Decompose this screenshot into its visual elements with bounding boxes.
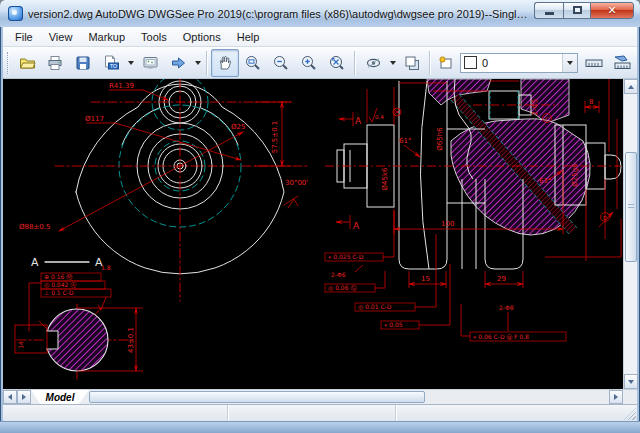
- side-view-hatching: [427, 79, 590, 235]
- vertical-scrollbar[interactable]: [623, 79, 637, 389]
- section-letter: A: [353, 221, 360, 231]
- dim-label: 61°: [539, 177, 551, 185]
- arrow-right-icon: [22, 394, 29, 400]
- save-button[interactable]: [69, 49, 97, 77]
- zoom-extents-button[interactable]: [323, 49, 351, 77]
- menu-markup[interactable]: Markup: [80, 29, 133, 45]
- print-button[interactable]: [41, 49, 69, 77]
- next-view-button[interactable]: [164, 49, 192, 77]
- maximize-button[interactable]: [563, 2, 590, 19]
- dim-label: Ø88±0.5: [19, 223, 50, 231]
- zoom-window-button[interactable]: [239, 49, 267, 77]
- menu-options[interactable]: Options: [175, 29, 229, 45]
- pan-hand-icon: [217, 55, 233, 71]
- menu-view[interactable]: View: [41, 29, 81, 45]
- dim-label: 29: [497, 275, 506, 283]
- dim-label: 0.4: [375, 114, 384, 120]
- view-dropdown[interactable]: [192, 50, 203, 76]
- drawing-canvas[interactable]: R41.39 Ø117 Ø25 57.5±0.1 30°00' Ø88±0.5 …: [3, 79, 623, 389]
- scrollbar-corner: [623, 390, 637, 404]
- chevron-down-icon: [195, 61, 201, 68]
- window-title: version2.dwg AutoDWG DWGSee Pro 2019(c:\…: [28, 8, 530, 20]
- app-icon: [8, 6, 23, 21]
- dim-label: 61°: [399, 137, 411, 145]
- tab-model[interactable]: Model: [31, 390, 89, 404]
- layer-select-dropdown[interactable]: [562, 54, 577, 72]
- close-button[interactable]: ✕: [590, 2, 634, 19]
- dim-label: 30°00': [285, 179, 308, 187]
- zoom-out-button[interactable]: [267, 49, 295, 77]
- dim-label: 2-Φ6: [331, 271, 346, 278]
- datum-letter: D: [603, 215, 607, 221]
- measure-area-button[interactable]: [608, 49, 636, 77]
- thumb-grip: [628, 204, 634, 210]
- status-bar: [3, 404, 637, 421]
- dim-label: Ø25: [231, 123, 245, 131]
- layers-icon: [404, 55, 420, 71]
- measure-distance-button[interactable]: [636, 49, 640, 77]
- dim-label: 2-Φ5: [531, 99, 539, 116]
- layer-color-button[interactable]: [434, 49, 458, 77]
- layers-button[interactable]: [398, 49, 426, 77]
- layer-select[interactable]: 0: [460, 53, 578, 73]
- minimize-button[interactable]: [534, 2, 563, 19]
- menu-file[interactable]: File: [7, 29, 41, 45]
- dim-label: 57.5±0.1: [271, 121, 279, 154]
- horizontal-scrollbar-track[interactable]: [425, 390, 609, 404]
- pan-button[interactable]: [211, 49, 239, 77]
- zoom-in-button[interactable]: [295, 49, 323, 77]
- scroll-up-button[interactable]: [624, 79, 638, 94]
- horizontal-scrollbar-thumb[interactable]: [89, 391, 425, 403]
- sheet-tab-row: Model: [3, 389, 637, 404]
- close-icon: ✕: [607, 5, 616, 16]
- scroll-right-button[interactable]: [609, 390, 623, 404]
- zoom-in-icon: [301, 55, 317, 71]
- toolbar-grip-handle[interactable]: [7, 52, 9, 74]
- resize-grip[interactable]: [624, 408, 636, 420]
- scroll-down-button[interactable]: [624, 374, 638, 389]
- dim-label: R41.39: [109, 82, 134, 90]
- open-button[interactable]: [13, 49, 41, 77]
- tab-scroll-left-button[interactable]: [3, 390, 17, 404]
- chevron-down-icon: [128, 61, 134, 68]
- minimize-icon: [545, 12, 554, 15]
- dim-label: 8: [589, 98, 593, 106]
- convert-dropdown[interactable]: [125, 50, 136, 76]
- layer-color-swatch: [464, 56, 477, 69]
- zoom-out-icon: [273, 55, 289, 71]
- fcf-text: ⊥ 0.1 C-D: [44, 289, 74, 296]
- tab-scroll-right-button[interactable]: [17, 390, 31, 404]
- convert-button[interactable]: TO: [97, 49, 125, 77]
- floppy-disk-icon: [75, 55, 91, 71]
- cad-drawing: R41.39 Ø117 Ø25 57.5±0.1 30°00' Ø88±0.5 …: [3, 79, 623, 389]
- dim-label: 2-Φ8: [499, 304, 514, 311]
- view-mode-button[interactable]: [359, 49, 387, 77]
- arrow-left-icon: [5, 394, 12, 400]
- dim-label: 43±0.1: [127, 327, 135, 353]
- chevron-down-icon: [390, 61, 396, 68]
- section-view: [15, 308, 143, 371]
- fcf-text: ◎ 0.06 Ⓖ: [328, 284, 356, 291]
- title-bar[interactable]: version2.dwg AutoDWG DWGSee Pro 2019(c:\…: [0, 0, 640, 27]
- fullscreen-button[interactable]: [136, 49, 164, 77]
- arrow-right-icon: [614, 394, 621, 400]
- status-panel: [228, 405, 396, 421]
- view-mode-dropdown[interactable]: [387, 50, 398, 76]
- app-window: version2.dwg AutoDWG DWGSee Pro 2019(c:\…: [0, 0, 640, 433]
- status-panel: [3, 405, 228, 421]
- fcf-text: ◎ 0.042 Ⓐ: [44, 281, 76, 288]
- vertical-scrollbar-thumb[interactable]: [625, 152, 637, 262]
- section-letter: A: [31, 256, 39, 269]
- dim-label: Ø45k6: [381, 167, 389, 190]
- window-frame-bottom: [0, 421, 640, 433]
- arrow-down-icon: [628, 380, 634, 387]
- menu-help[interactable]: Help: [229, 29, 268, 45]
- menu-tools[interactable]: Tools: [133, 29, 175, 45]
- layer-name: 0: [482, 57, 488, 69]
- section-letter: A: [95, 256, 103, 269]
- measure-length-button[interactable]: [580, 49, 608, 77]
- ruler-icon: [585, 55, 603, 71]
- toolbar-separator: [429, 51, 431, 75]
- chevron-down-icon: [567, 61, 573, 68]
- datum-letter: C: [545, 116, 549, 122]
